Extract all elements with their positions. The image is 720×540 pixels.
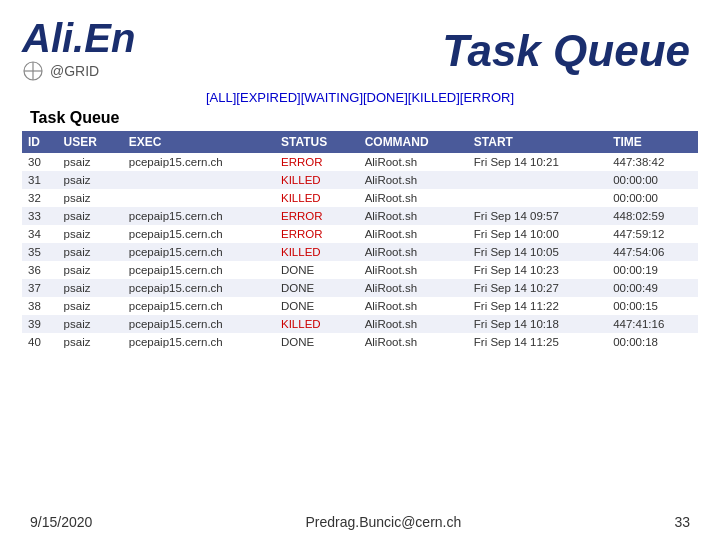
cell-command: AliRoot.sh — [359, 243, 468, 261]
cell-status: KILLED — [275, 243, 359, 261]
cell-time: 448:02:59 — [607, 207, 698, 225]
crosshair-icon — [22, 60, 44, 82]
cell-id: 33 — [22, 207, 58, 225]
cell-command: AliRoot.sh — [359, 207, 468, 225]
cell-user: psaiz — [58, 297, 123, 315]
cell-user: psaiz — [58, 315, 123, 333]
cell-start: Fri Sep 14 09:57 — [468, 207, 607, 225]
cell-user: psaiz — [58, 171, 123, 189]
cell-start: Fri Sep 14 10:23 — [468, 261, 607, 279]
cell-status: DONE — [275, 261, 359, 279]
cell-start — [468, 189, 607, 207]
cell-command: AliRoot.sh — [359, 171, 468, 189]
cell-command: AliRoot.sh — [359, 297, 468, 315]
cell-start — [468, 171, 607, 189]
cell-user: psaiz — [58, 333, 123, 351]
cell-time: 447:41:16 — [607, 315, 698, 333]
cell-command: AliRoot.sh — [359, 315, 468, 333]
cell-command: AliRoot.sh — [359, 261, 468, 279]
cell-time: 00:00:18 — [607, 333, 698, 351]
cell-status: DONE — [275, 333, 359, 351]
table-row: 37 psaiz pcepaip15.cern.ch DONE AliRoot.… — [22, 279, 698, 297]
cell-user: psaiz — [58, 189, 123, 207]
filter-done[interactable]: [DONE] — [363, 90, 408, 105]
cell-user: psaiz — [58, 279, 123, 297]
at-grid: @GRID — [50, 63, 99, 79]
cell-time: 447:38:42 — [607, 153, 698, 171]
cell-command: AliRoot.sh — [359, 153, 468, 171]
logo-text: Ali.En — [22, 18, 135, 58]
cell-start: Fri Sep 14 10:05 — [468, 243, 607, 261]
cell-command: AliRoot.sh — [359, 333, 468, 351]
table-row: 35 psaiz pcepaip15.cern.ch KILLED AliRoo… — [22, 243, 698, 261]
cell-status: KILLED — [275, 189, 359, 207]
cell-status: ERROR — [275, 225, 359, 243]
cell-start: Fri Sep 14 10:21 — [468, 153, 607, 171]
cell-id: 35 — [22, 243, 58, 261]
cell-command: AliRoot.sh — [359, 279, 468, 297]
cell-user: psaiz — [58, 261, 123, 279]
table-row: 32 psaiz KILLED AliRoot.sh 00:00:00 — [22, 189, 698, 207]
cell-user: psaiz — [58, 225, 123, 243]
cell-start: Fri Sep 14 10:27 — [468, 279, 607, 297]
cell-exec: pcepaip15.cern.ch — [123, 261, 275, 279]
cell-time: 00:00:00 — [607, 171, 698, 189]
col-time: TIME — [607, 131, 698, 153]
cell-command: AliRoot.sh — [359, 189, 468, 207]
footer: 9/15/2020 Predrag.Buncic@cern.ch 33 — [0, 514, 720, 530]
cell-id: 39 — [22, 315, 58, 333]
cell-id: 40 — [22, 333, 58, 351]
cell-id: 31 — [22, 171, 58, 189]
table-row: 40 psaiz pcepaip15.cern.ch DONE AliRoot.… — [22, 333, 698, 351]
filter-error[interactable]: [ERROR] — [460, 90, 514, 105]
cell-time: 00:00:49 — [607, 279, 698, 297]
cell-exec: pcepaip15.cern.ch — [123, 207, 275, 225]
cell-id: 38 — [22, 297, 58, 315]
filter-bar: [ALL][EXPIRED][WAITING][DONE][KILLED][ER… — [0, 90, 720, 105]
cell-exec: pcepaip15.cern.ch — [123, 153, 275, 171]
cell-status: KILLED — [275, 315, 359, 333]
col-start: START — [468, 131, 607, 153]
cell-time: 447:59:12 — [607, 225, 698, 243]
cell-exec: pcepaip15.cern.ch — [123, 225, 275, 243]
cell-id: 37 — [22, 279, 58, 297]
cell-time: 00:00:15 — [607, 297, 698, 315]
footer-date: 9/15/2020 — [30, 514, 92, 530]
page-title: Task Queue — [442, 26, 690, 76]
cell-user: psaiz — [58, 207, 123, 225]
col-status: STATUS — [275, 131, 359, 153]
col-command: COMMAND — [359, 131, 468, 153]
cell-exec: pcepaip15.cern.ch — [123, 333, 275, 351]
footer-page: 33 — [674, 514, 690, 530]
cell-status: DONE — [275, 279, 359, 297]
cell-status: ERROR — [275, 153, 359, 171]
filter-expired[interactable]: [EXPIRED] — [236, 90, 300, 105]
table-row: 36 psaiz pcepaip15.cern.ch DONE AliRoot.… — [22, 261, 698, 279]
cell-id: 32 — [22, 189, 58, 207]
table-header-row: ID USER EXEC STATUS COMMAND START TIME — [22, 131, 698, 153]
cell-exec: pcepaip15.cern.ch — [123, 279, 275, 297]
cell-user: psaiz — [58, 243, 123, 261]
cell-time: 447:54:06 — [607, 243, 698, 261]
cell-exec: pcepaip15.cern.ch — [123, 315, 275, 333]
filter-all[interactable]: [ALL] — [206, 90, 236, 105]
filter-waiting[interactable]: [WAITING] — [301, 90, 363, 105]
cell-time: 00:00:19 — [607, 261, 698, 279]
table-wrap: ID USER EXEC STATUS COMMAND START TIME 3… — [0, 131, 720, 351]
cell-exec — [123, 171, 275, 189]
cell-time: 00:00:00 — [607, 189, 698, 207]
header: Ali.En @GRID Task Queue — [0, 0, 720, 82]
col-exec: EXEC — [123, 131, 275, 153]
cell-start: Fri Sep 14 10:00 — [468, 225, 607, 243]
task-queue-table: ID USER EXEC STATUS COMMAND START TIME 3… — [22, 131, 698, 351]
cell-start: Fri Sep 14 11:22 — [468, 297, 607, 315]
logo-block: Ali.En @GRID — [22, 18, 135, 82]
cell-id: 34 — [22, 225, 58, 243]
table-row: 33 psaiz pcepaip15.cern.ch ERROR AliRoot… — [22, 207, 698, 225]
cell-status: KILLED — [275, 171, 359, 189]
cell-id: 36 — [22, 261, 58, 279]
filter-killed[interactable]: [KILLED] — [408, 90, 460, 105]
cell-status: DONE — [275, 297, 359, 315]
table-row: 38 psaiz pcepaip15.cern.ch DONE AliRoot.… — [22, 297, 698, 315]
cell-exec — [123, 189, 275, 207]
